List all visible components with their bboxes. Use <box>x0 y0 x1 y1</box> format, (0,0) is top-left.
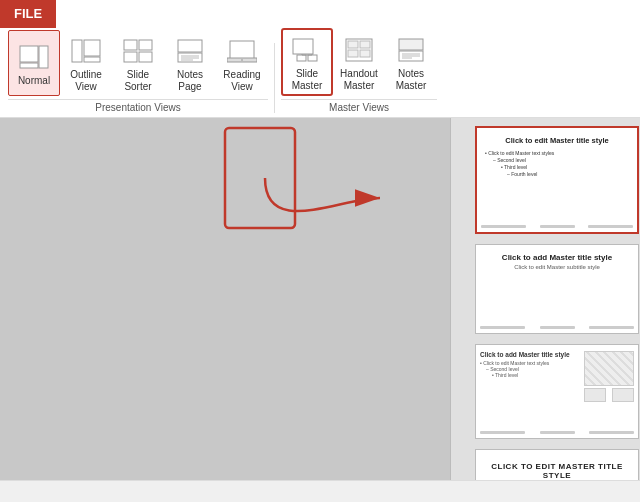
svg-rect-8 <box>124 52 137 62</box>
slide-sorter-icon <box>122 35 154 67</box>
thumbnail-item[interactable]: Click to add Master title style • Click … <box>457 344 634 439</box>
svg-rect-35 <box>225 128 295 228</box>
slide-panel-area <box>0 118 450 480</box>
svg-rect-7 <box>139 40 152 50</box>
thumb-footer-3 <box>476 431 638 434</box>
presentation-views-group: Normal OutlineView <box>8 30 268 113</box>
handout-master-button[interactable]: HandoutMaster <box>333 28 385 96</box>
thumbnail-item[interactable]: CLICK TO EDIT MASTER TITLE STYLE <box>457 449 634 480</box>
svg-rect-29 <box>399 39 423 50</box>
thumb-slide-4[interactable]: CLICK TO EDIT MASTER TITLE STYLE <box>475 449 639 480</box>
arrow-overlay <box>0 118 450 480</box>
thumbnail-item[interactable]: 1 Click to edit Master title style • Cli… <box>457 126 634 234</box>
svg-rect-10 <box>178 40 202 52</box>
slide-master-label: SlideMaster <box>292 68 323 92</box>
master-views-group: SlideMaster Ha <box>281 28 437 113</box>
presentation-views-label: Presentation Views <box>8 99 268 113</box>
svg-rect-3 <box>72 40 82 62</box>
notes-page-label: NotesPage <box>177 69 203 93</box>
outline-view-button[interactable]: OutlineView <box>60 30 112 96</box>
normal-view-button[interactable]: Normal <box>8 30 60 96</box>
svg-rect-5 <box>84 57 100 62</box>
slide-master-button[interactable]: SlideMaster <box>281 28 333 96</box>
handout-master-icon <box>343 34 375 66</box>
status-bar <box>0 480 640 502</box>
svg-rect-28 <box>360 50 370 57</box>
thumb-bullets-1: • Click to edit Master text styles – Sec… <box>477 147 637 181</box>
footer-bar <box>588 225 633 228</box>
thumb-subtitle-2: Click to edit Master subtitle style <box>476 264 638 270</box>
slide-master-icon <box>291 34 323 66</box>
svg-rect-2 <box>39 46 48 68</box>
thumbnail-item[interactable]: Click to add Master title style Click to… <box>457 244 634 334</box>
svg-rect-0 <box>20 46 38 62</box>
reading-view-label: ReadingView <box>223 69 260 93</box>
thumb-slide-2[interactable]: Click to add Master title style Click to… <box>475 244 639 334</box>
footer-bar <box>589 326 634 329</box>
main-area: 1 Click to edit Master title style • Cli… <box>0 118 640 480</box>
outline-view-label: OutlineView <box>70 69 102 93</box>
notes-page-icon <box>174 35 206 67</box>
footer-bar <box>540 326 575 329</box>
footer-bar <box>480 326 525 329</box>
thumb-footer-1 <box>477 225 637 228</box>
reading-view-button[interactable]: ReadingView <box>216 30 268 96</box>
footer-bar <box>540 225 575 228</box>
file-tab[interactable]: FILE <box>0 0 56 28</box>
slide-sorter-button[interactable]: SlideSorter <box>112 30 164 96</box>
svg-rect-18 <box>293 39 313 54</box>
thumbnails-panel[interactable]: 1 Click to edit Master title style • Cli… <box>450 118 640 480</box>
footer-bar <box>480 431 525 434</box>
notes-master-icon <box>395 34 427 66</box>
svg-rect-6 <box>124 40 137 50</box>
thumb-footer-2 <box>476 326 638 329</box>
thumb-bold-title-4: CLICK TO EDIT MASTER TITLE STYLE <box>476 450 638 480</box>
thumb-slide-3[interactable]: Click to add Master title style • Click … <box>475 344 639 439</box>
notes-page-button[interactable]: NotesPage <box>164 30 216 96</box>
footer-bar <box>540 431 575 434</box>
svg-rect-9 <box>139 52 152 62</box>
normal-view-icon <box>18 41 50 73</box>
notes-master-button[interactable]: NotesMaster <box>385 28 437 96</box>
svg-rect-26 <box>360 41 370 48</box>
svg-rect-25 <box>348 41 358 48</box>
reading-view-icon <box>226 35 258 67</box>
notes-master-label: NotesMaster <box>396 68 427 92</box>
svg-rect-4 <box>84 40 100 56</box>
thumb-title-2: Click to add Master title style <box>476 245 638 264</box>
svg-rect-19 <box>297 55 306 61</box>
thumb-slide-1[interactable]: Click to edit Master title style • Click… <box>475 126 639 234</box>
footer-bar <box>589 431 634 434</box>
svg-rect-20 <box>308 55 317 61</box>
normal-view-label: Normal <box>18 75 50 87</box>
handout-master-label: HandoutMaster <box>340 68 378 92</box>
master-views-label: Master Views <box>281 99 437 113</box>
outline-view-icon <box>70 35 102 67</box>
svg-rect-27 <box>348 50 358 57</box>
footer-bar <box>481 225 526 228</box>
svg-rect-15 <box>230 41 254 59</box>
slide-sorter-label: SlideSorter <box>124 69 151 93</box>
thumb-title-1: Click to edit Master title style <box>477 128 637 147</box>
svg-rect-1 <box>20 63 38 68</box>
ribbon: FILE Normal <box>0 0 640 118</box>
